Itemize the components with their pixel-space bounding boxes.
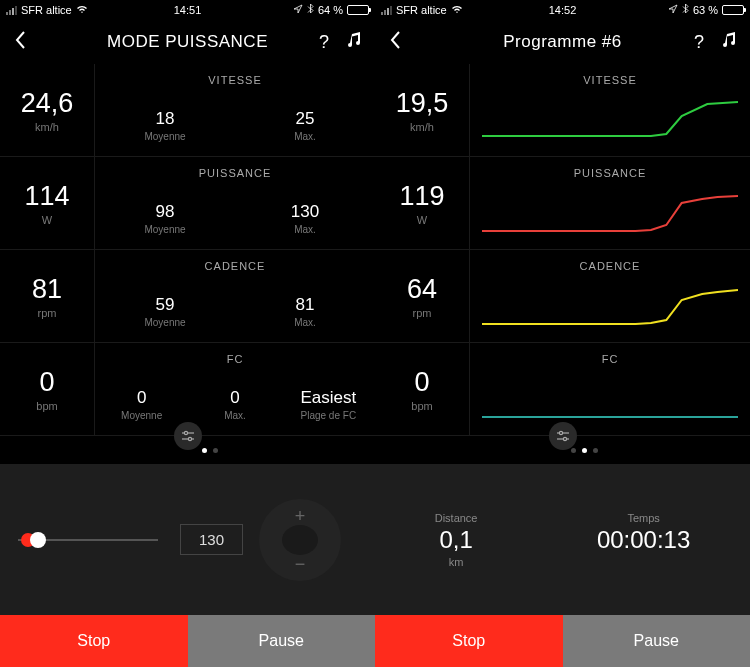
battery-pct: 64 % — [318, 4, 343, 16]
cadence-chart — [482, 282, 738, 332]
help-button[interactable]: ? — [319, 32, 329, 53]
vitesse-label: VITESSE — [583, 74, 636, 86]
page-dot[interactable] — [571, 448, 576, 453]
power-slider[interactable] — [18, 539, 158, 541]
stop-button[interactable]: Stop — [0, 615, 188, 667]
fc-plage: Easiest — [300, 388, 356, 408]
moy-label: Moyenne — [121, 410, 162, 421]
battery-icon — [347, 5, 369, 15]
settings-button[interactable] — [549, 422, 577, 450]
footer: Stop Pause — [0, 615, 375, 667]
metrics-list: 19,5km/h VITESSE 119W PUISSANCE 64rpm CA… — [375, 64, 750, 436]
wifi-icon — [76, 5, 88, 16]
puissance-chart — [482, 189, 738, 239]
clock: 14:52 — [549, 4, 577, 16]
distance-stat: Distance 0,1 km — [435, 512, 478, 568]
fc-value: 0 — [39, 367, 54, 398]
vitesse-moy: 18 — [156, 109, 175, 129]
pause-button[interactable]: Pause — [188, 615, 376, 667]
max-label: Max. — [294, 317, 316, 328]
vitesse-label: VITESSE — [208, 74, 261, 86]
fc-label: FC — [602, 353, 619, 365]
nav-bar: Programme #6 ? — [375, 20, 750, 64]
moy-label: Moyenne — [144, 224, 185, 235]
increase-button[interactable]: + — [295, 507, 306, 525]
music-button[interactable] — [722, 32, 736, 53]
location-icon — [668, 4, 678, 16]
max-label: Max. — [224, 410, 246, 421]
fc-label: FC — [227, 353, 244, 365]
phone-left: SFR altice 14:51 64 % MODE PUISSANCE ? — [0, 0, 375, 667]
back-button[interactable] — [389, 30, 401, 54]
pager — [0, 436, 375, 464]
metric-row-puissance: 114W PUISSANCE 98Moyenne 130Max. — [0, 157, 375, 250]
stop-button[interactable]: Stop — [375, 615, 563, 667]
back-button[interactable] — [14, 30, 26, 54]
signal-icon — [381, 6, 392, 15]
metric-row-cadence: 64rpm CADENCE — [375, 250, 750, 343]
puissance-moy: 98 — [156, 202, 175, 222]
help-button[interactable]: ? — [694, 32, 704, 53]
vitesse-value: 24,6 — [21, 88, 74, 119]
puissance-label: PUISSANCE — [574, 167, 647, 179]
pager — [375, 436, 750, 464]
music-button[interactable] — [347, 32, 361, 53]
temps-label: Temps — [627, 512, 659, 524]
vitesse-max: 25 — [296, 109, 315, 129]
page-dot[interactable] — [213, 448, 218, 453]
temps-value: 00:00:13 — [597, 526, 690, 554]
settings-button[interactable] — [174, 422, 202, 450]
status-bar: SFR altice 14:51 64 % — [0, 0, 375, 20]
dpad: + − — [259, 499, 341, 581]
vitesse-value: 19,5 — [396, 88, 449, 119]
puissance-unit: W — [417, 214, 427, 226]
status-bar: SFR altice 14:52 63 % — [375, 0, 750, 20]
bluetooth-icon — [682, 4, 689, 17]
location-icon — [293, 4, 303, 16]
pause-button[interactable]: Pause — [563, 615, 751, 667]
vitesse-chart — [482, 96, 738, 146]
page-dot[interactable] — [202, 448, 207, 453]
svg-point-2 — [184, 431, 187, 434]
cadence-label: CADENCE — [205, 260, 266, 272]
distance-label: Distance — [435, 512, 478, 524]
power-value[interactable]: 130 — [180, 524, 243, 555]
puissance-label: PUISSANCE — [199, 167, 272, 179]
moy-label: Moyenne — [144, 317, 185, 328]
cadence-moy: 59 — [156, 295, 175, 315]
svg-point-7 — [563, 437, 566, 440]
puissance-value: 119 — [399, 181, 444, 212]
slider-thumb[interactable] — [30, 532, 46, 548]
plage-label: Plage de FC — [301, 410, 357, 421]
dpad-center[interactable] — [282, 525, 318, 555]
distance-value: 0,1 — [439, 526, 472, 554]
fc-chart — [482, 375, 738, 425]
vitesse-unit: km/h — [35, 121, 59, 133]
cadence-value: 64 — [407, 274, 437, 305]
page-dot[interactable] — [582, 448, 587, 453]
metric-row-cadence: 81rpm CADENCE 59Moyenne 81Max. — [0, 250, 375, 343]
metric-row-vitesse: 19,5km/h VITESSE — [375, 64, 750, 157]
metric-row-puissance: 119W PUISSANCE — [375, 157, 750, 250]
fc-moy: 0 — [137, 388, 146, 408]
clock: 14:51 — [174, 4, 202, 16]
cadence-value: 81 — [32, 274, 62, 305]
moy-label: Moyenne — [144, 131, 185, 142]
temps-stat: Temps 00:00:13 — [597, 512, 690, 568]
decrease-button[interactable]: − — [295, 555, 306, 573]
puissance-unit: W — [42, 214, 52, 226]
carrier-label: SFR altice — [396, 4, 447, 16]
page-dot[interactable] — [593, 448, 598, 453]
max-label: Max. — [294, 224, 316, 235]
page-title: MODE PUISSANCE — [107, 32, 268, 52]
carrier-label: SFR altice — [21, 4, 72, 16]
vitesse-unit: km/h — [410, 121, 434, 133]
svg-point-3 — [188, 437, 191, 440]
metric-row-vitesse: 24,6km/h VITESSE 18Moyenne 25Max. — [0, 64, 375, 157]
cadence-max: 81 — [296, 295, 315, 315]
signal-icon — [6, 6, 17, 15]
bluetooth-icon — [307, 4, 314, 17]
page-title: Programme #6 — [503, 32, 621, 52]
metrics-list: 24,6km/h VITESSE 18Moyenne 25Max. 114W P… — [0, 64, 375, 436]
footer: Stop Pause — [375, 615, 750, 667]
